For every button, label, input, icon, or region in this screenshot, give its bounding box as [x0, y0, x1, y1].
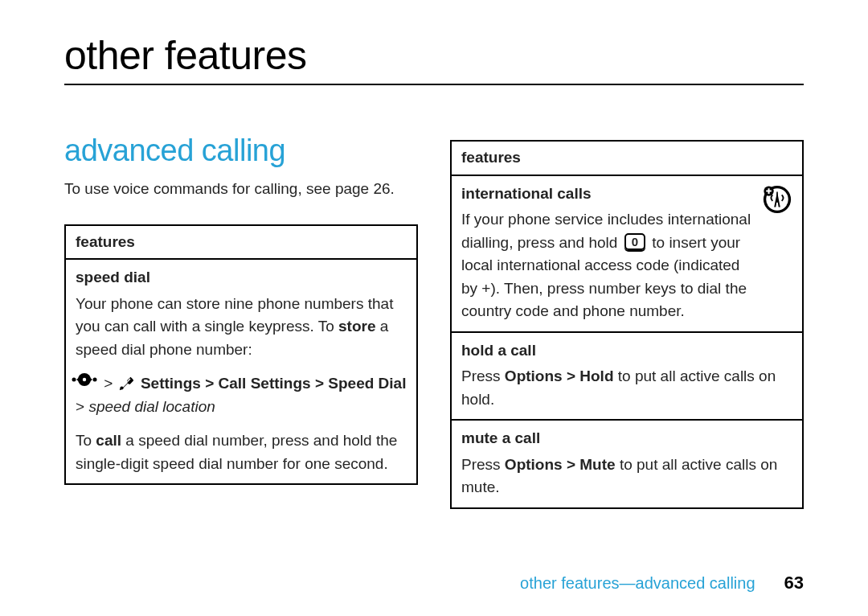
network-service-icon	[762, 184, 792, 215]
hold-title: hold a call	[461, 339, 792, 363]
call-a: To	[76, 432, 96, 449]
call-b: a speed dial number, press and hold the …	[76, 432, 397, 472]
mute-sep: >	[563, 456, 580, 473]
call-bold: call	[96, 432, 121, 449]
features-box-header-right: features	[452, 142, 802, 176]
intro-text-b: .	[391, 180, 395, 197]
right-column: features	[450, 133, 804, 509]
hold-kw1: Options	[505, 368, 563, 384]
intl-title: international calls	[461, 183, 757, 206]
speed-dial-desc-bold: store	[338, 318, 375, 335]
mute-kw2: Mute	[579, 456, 615, 473]
key-zero-icon: 0	[624, 233, 645, 250]
footer-breadcrumb: other features—advanced calling	[520, 574, 755, 593]
nav-sep3: >	[311, 375, 329, 392]
mute-kw1: Options	[505, 456, 563, 473]
svg-point-3	[93, 378, 97, 382]
nav-sep1: >	[100, 375, 117, 392]
feature-mute-call: mute a call Press Options > Mute to put …	[452, 421, 802, 507]
speed-dial-desc: Your phone can store nine phone numbers …	[76, 295, 393, 358]
svg-point-4	[120, 386, 123, 389]
mute-desc: Press Options > Mute to put all active c…	[461, 456, 777, 496]
nav-path: > Settings > Call Settings > Speed Dial …	[76, 372, 407, 418]
toolkit-icon	[117, 375, 135, 392]
section-heading: advanced calling	[64, 133, 418, 168]
center-key-icon	[76, 372, 100, 388]
features-box-left: features speed dial Your phone can store…	[64, 224, 418, 486]
page-number: 63	[784, 573, 804, 593]
feature-international-calls: international calls If your phone servic…	[452, 176, 802, 333]
hold-sep: >	[563, 368, 580, 384]
hold-kw2: Hold	[579, 368, 613, 384]
mute-title: mute a call	[461, 427, 792, 450]
left-column: advanced calling To use voice commands f…	[64, 133, 418, 509]
page-footer: other features—advanced calling 63	[64, 573, 804, 593]
hold-a: Press	[461, 368, 505, 384]
nav-sep2: >	[201, 375, 219, 392]
nav-sep4: >	[76, 398, 88, 415]
feature-speed-dial: speed dial Your phone can store nine pho…	[66, 260, 416, 483]
features-box-right: features	[450, 140, 804, 509]
mute-a: Press	[461, 456, 505, 473]
features-box-header: features	[66, 226, 416, 261]
content-columns: advanced calling To use voice commands f…	[64, 133, 804, 509]
nav-settings: Settings	[141, 375, 201, 392]
hold-desc: Press Options > Hold to put all active c…	[461, 368, 776, 408]
nav-call-settings: Call Settings	[219, 375, 311, 392]
title-rule	[64, 84, 804, 85]
nav-speed-dial: Speed Dial	[328, 375, 406, 392]
manual-page: other features advanced calling To use v…	[0, 0, 868, 616]
intro-page-ref: 26	[373, 180, 390, 197]
nav-location-italic: speed dial location	[88, 398, 215, 415]
svg-point-1	[83, 378, 86, 381]
speed-dial-title: speed dial	[76, 266, 407, 290]
intro-text-a: To use voice commands for calling, see p…	[64, 180, 373, 197]
intl-desc: If your phone service includes internati…	[461, 211, 751, 319]
speed-dial-call-desc: To call a speed dial number, press and h…	[76, 432, 397, 472]
svg-rect-7	[776, 191, 778, 198]
svg-point-2	[72, 378, 76, 382]
feature-hold-call: hold a call Press Options > Hold to put …	[452, 333, 802, 421]
page-title: other features	[64, 32, 804, 79]
intro-paragraph: To use voice commands for calling, see p…	[64, 178, 418, 200]
